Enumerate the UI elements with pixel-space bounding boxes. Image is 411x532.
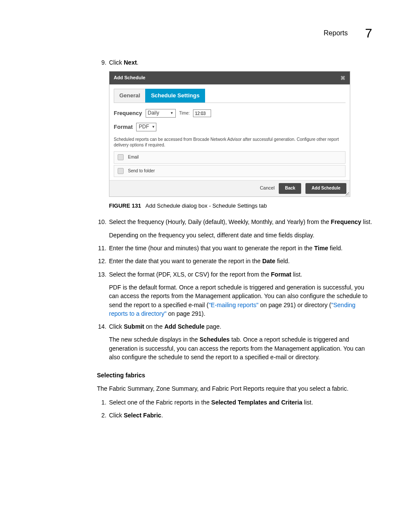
- section-step-1: 1. Select one of the Fabric reports in t…: [97, 398, 373, 407]
- dialog-titlebar: Add Schedule ✖: [109, 72, 350, 84]
- dialog-title: Add Schedule: [114, 75, 145, 81]
- checkbox-icon[interactable]: [118, 154, 124, 160]
- section-intro: The Fabric Summary, Zone Summary, and Fa…: [97, 384, 373, 393]
- step-number: 9.: [97, 58, 109, 67]
- step-body: Click Next.: [109, 58, 373, 67]
- format-row: Format PDF ▼: [114, 123, 346, 131]
- step-number: 13.: [97, 270, 109, 279]
- chapter-number: 7: [365, 26, 372, 40]
- time-input[interactable]: [193, 109, 211, 117]
- close-icon[interactable]: ✖: [340, 75, 346, 81]
- step-9: 9. Click Next.: [97, 58, 373, 67]
- option-email-row[interactable]: Email: [114, 151, 346, 164]
- step-13-sub: PDF is the default format. Once a report…: [109, 283, 373, 318]
- step-body: Enter the date that you want to generate…: [109, 257, 373, 265]
- step-14: 14. Click Submit on the Add Schedule pag…: [97, 322, 373, 331]
- step-12: 12. Enter the date that you want to gene…: [97, 257, 373, 265]
- format-select[interactable]: PDF ▼: [136, 123, 156, 131]
- frequency-label: Frequency: [114, 109, 142, 118]
- format-label: Format: [114, 123, 133, 131]
- step-number: 1.: [97, 398, 109, 407]
- step-number: 12.: [97, 257, 109, 265]
- step-13: 13. Select the format (PDF, XLS, or CSV)…: [97, 270, 373, 279]
- tab-general[interactable]: General: [114, 89, 146, 103]
- step-number: 14.: [97, 322, 109, 331]
- add-schedule-dialog: Add Schedule ✖ General Schedule Settings…: [109, 71, 350, 196]
- back-button[interactable]: Back: [279, 183, 301, 194]
- step-11: 11. Enter the time (hour and minutes) th…: [97, 244, 373, 252]
- frequency-row: Frequency Daily ▼ Time:: [114, 109, 346, 118]
- chevron-down-icon: ▼: [170, 111, 174, 116]
- option-folder-row[interactable]: Send to folder: [114, 165, 346, 177]
- page-header: Reports 7: [324, 26, 372, 40]
- chevron-down-icon: ▼: [152, 124, 155, 130]
- step-14-sub: The new schedule displays in the Schedul…: [109, 335, 373, 361]
- dialog-info-text: Scheduled reports can be accessed from B…: [114, 137, 346, 148]
- step-body: Click Select Fabric.: [109, 411, 373, 420]
- step-body: Select one of the Fabric reports in the …: [109, 398, 373, 407]
- header-section: Reports: [324, 29, 348, 37]
- option-email-label: Email: [128, 154, 139, 161]
- cancel-button[interactable]: Cancel: [260, 185, 274, 192]
- add-schedule-button[interactable]: Add Schedule: [305, 183, 346, 194]
- dialog-tabs: General Schedule Settings: [114, 89, 346, 103]
- checkbox-icon[interactable]: [118, 168, 124, 174]
- time-label: Time:: [179, 110, 190, 117]
- section-step-2: 2. Click Select Fabric.: [97, 411, 373, 420]
- option-folder-label: Send to folder: [128, 168, 155, 174]
- link-emailing-reports[interactable]: "E-mailing reports": [209, 302, 258, 308]
- step-number: 2.: [97, 411, 109, 420]
- resize-grip-icon[interactable]: [345, 191, 349, 196]
- frequency-select[interactable]: Daily ▼: [146, 109, 176, 118]
- dialog-actions: Cancel Back Add Schedule: [109, 180, 350, 196]
- step-10-sub: Depending on the frequency you select, d…: [109, 231, 373, 240]
- step-body: Select the format (PDF, XLS, or CSV) for…: [109, 270, 373, 279]
- step-body: Enter the time (hour and minutes) that y…: [109, 244, 373, 252]
- step-body: Select the frequency (Hourly, Daily (def…: [109, 218, 373, 226]
- step-10: 10. Select the frequency (Hourly, Daily …: [97, 218, 373, 226]
- step-body: Click Submit on the Add Schedule page.: [109, 322, 373, 331]
- step-number: 11.: [97, 244, 109, 252]
- section-heading-selecting-fabrics: Selecting fabrics: [97, 371, 373, 380]
- step-number: 10.: [97, 218, 109, 226]
- tab-schedule-settings[interactable]: Schedule Settings: [145, 89, 205, 103]
- figure-caption: FIGURE 131 Add Schedule dialog box - Sch…: [109, 202, 373, 210]
